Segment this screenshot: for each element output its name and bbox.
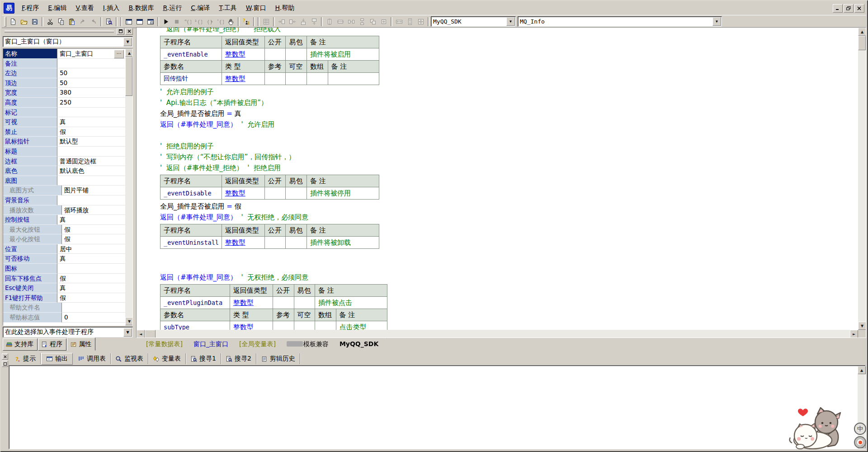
panel-float-button[interactable] bbox=[117, 28, 124, 35]
property-value[interactable]: 250 bbox=[57, 98, 125, 108]
toolbar-grip[interactable] bbox=[4, 17, 6, 27]
property-row[interactable]: 标记 bbox=[3, 108, 125, 118]
property-row[interactable]: 备注 bbox=[3, 59, 125, 69]
minimize-button[interactable] bbox=[833, 4, 843, 13]
restore-button[interactable] bbox=[844, 4, 854, 13]
property-row[interactable]: 禁止假 bbox=[3, 127, 125, 137]
property-row[interactable]: 底图方式图片平铺 bbox=[3, 186, 125, 195]
code-line[interactable]: ' 返回（#事件处理_拒绝） ' 拒绝载入 bbox=[160, 27, 858, 34]
property-value[interactable]: 50 bbox=[57, 78, 125, 88]
bottom-panel-close-button[interactable] bbox=[2, 353, 8, 360]
property-row[interactable]: 宽度380 bbox=[3, 88, 125, 98]
type-link[interactable]: 整数型 bbox=[222, 48, 264, 61]
panel-drag-handle[interactable] bbox=[5, 30, 114, 33]
property-value[interactable]: 50 bbox=[57, 68, 125, 78]
tab-程序[interactable]: 程序 bbox=[38, 338, 66, 351]
chevron-down-icon[interactable]: ▼ bbox=[123, 328, 132, 337]
find-replace-button[interactable] bbox=[104, 17, 114, 27]
editor-horizontal-scrollbar[interactable]: ◄ ► bbox=[137, 330, 858, 338]
panel-tab-调用表[interactable]: 调用表 bbox=[73, 353, 111, 364]
document-tab-常量数据表[interactable]: [常量数据表] bbox=[138, 338, 191, 351]
property-row[interactable]: 控制按钮真 bbox=[3, 215, 125, 225]
ime-language-button[interactable]: 中 bbox=[854, 423, 866, 435]
code-line[interactable]: 返回（#事件处理_同意） ' 无权拒绝，必须同意 bbox=[160, 212, 858, 223]
document-tab-MyQQ_SDK[interactable]: MyQQ_SDK bbox=[331, 338, 387, 351]
tab-属性[interactable]: 属性 bbox=[67, 338, 95, 351]
menu-item-t[interactable]: T.工具 bbox=[214, 2, 241, 14]
scroll-up-icon[interactable]: ▲ bbox=[125, 49, 133, 57]
menu-item-c[interactable]: C.编译 bbox=[186, 2, 214, 14]
open-folder-button[interactable] bbox=[19, 17, 29, 27]
property-row[interactable]: 帮助标志值0 bbox=[3, 313, 125, 323]
panel-tab-变量表[interactable]: 变量表 bbox=[148, 353, 186, 364]
type-link[interactable]: 整数型 bbox=[222, 73, 264, 85]
property-value[interactable]: 窗口_主窗口… bbox=[57, 49, 125, 59]
panel-tab-剪辑历史[interactable]: 剪辑历史 bbox=[256, 353, 300, 364]
editor-viewport[interactable]: ' 返回（#事件处理_拒绝） ' 拒绝载入子程序名返回值类型公开易包备 注_ev… bbox=[136, 27, 866, 338]
property-value[interactable] bbox=[57, 108, 125, 118]
property-row[interactable]: F1键打开帮助假 bbox=[3, 293, 125, 303]
module-combo[interactable]: MQ_Info ▼ bbox=[518, 16, 722, 27]
property-value[interactable]: 居中 bbox=[57, 244, 125, 254]
chevron-down-icon[interactable]: ▼ bbox=[123, 38, 132, 46]
property-row[interactable]: 底色默认底色 bbox=[3, 166, 125, 176]
document-tab-窗口_主窗口[interactable]: 窗口_主窗口 bbox=[185, 338, 236, 351]
cut-scissors-button[interactable] bbox=[45, 17, 56, 27]
property-row[interactable]: Esc键关闭真 bbox=[3, 283, 125, 293]
property-row[interactable]: 边框普通固定边框 bbox=[3, 157, 125, 167]
paste-clipboard-button[interactable] bbox=[66, 17, 77, 27]
property-row[interactable]: 图标 bbox=[3, 264, 125, 274]
panel-tab-监视表[interactable]: 监视表 bbox=[111, 353, 148, 364]
scroll-up-icon[interactable]: ▲ bbox=[858, 366, 866, 374]
panel-close-button[interactable] bbox=[125, 28, 133, 35]
property-row[interactable]: 底图 bbox=[3, 176, 125, 186]
code-line[interactable]: 返回（#事件处理_同意） ' 无权拒绝，必须同意 bbox=[160, 272, 858, 283]
menu-item-r[interactable]: R.运行 bbox=[158, 2, 186, 14]
property-value[interactable]: 真 bbox=[57, 215, 125, 225]
property-row[interactable]: 最大化按钮假 bbox=[3, 225, 125, 235]
property-value[interactable] bbox=[57, 176, 125, 186]
code-line[interactable]: ' 允许启用的例子 bbox=[160, 86, 858, 97]
scroll-left-icon[interactable]: ◄ bbox=[137, 330, 145, 338]
property-value[interactable]: 假 bbox=[57, 127, 125, 137]
property-value[interactable] bbox=[57, 59, 125, 69]
panel-tab-搜寻2[interactable]: 搜寻2 bbox=[221, 353, 256, 364]
property-value[interactable] bbox=[57, 147, 125, 157]
property-value[interactable]: 默认型 bbox=[57, 137, 125, 147]
property-row[interactable]: 标题 bbox=[3, 147, 125, 157]
editor-content[interactable]: ' 返回（#事件处理_拒绝） ' 拒绝载入子程序名返回值类型公开易包备 注_ev… bbox=[137, 27, 858, 330]
code-line[interactable]: ' 写到内存（“不想让你启用”，回传指针，） bbox=[160, 152, 858, 162]
property-row[interactable]: 高度250 bbox=[3, 98, 125, 108]
scrollbar-thumb[interactable] bbox=[125, 57, 132, 96]
property-row[interactable]: 最小化按钮假 bbox=[3, 234, 125, 244]
type-link[interactable]: 整数型 bbox=[230, 321, 273, 330]
document-tab-全局变量表[interactable]: [全局变量表] bbox=[231, 338, 284, 351]
layout-split-button[interactable] bbox=[145, 17, 156, 27]
save-floppy-button[interactable] bbox=[29, 17, 40, 27]
scrollbar-thumb[interactable] bbox=[858, 36, 866, 50]
bottom-panel-expand-button[interactable] bbox=[2, 361, 8, 367]
pause-hand-button[interactable] bbox=[226, 17, 236, 27]
menu-item-b[interactable]: B.数据库 bbox=[124, 2, 158, 14]
property-value[interactable] bbox=[62, 303, 125, 313]
blank-line[interactable] bbox=[160, 250, 858, 261]
property-value[interactable]: 真 bbox=[57, 254, 125, 264]
property-value[interactable]: 默认底色 bbox=[57, 166, 125, 176]
property-row[interactable]: 名称窗口_主窗口… bbox=[3, 49, 125, 59]
code-line[interactable]: ' 拒绝启用的例子 bbox=[160, 141, 858, 152]
property-row[interactable]: 左边50 bbox=[3, 68, 125, 78]
layout-top-button[interactable] bbox=[134, 17, 145, 27]
type-link[interactable]: 整数型 bbox=[230, 297, 273, 309]
library-combo[interactable]: MyQQ_SDK ▼ bbox=[431, 16, 516, 27]
editor-vertical-scrollbar[interactable]: ▲ ▼ bbox=[858, 28, 866, 330]
property-value[interactable]: 图片平铺 bbox=[62, 186, 125, 195]
chevron-down-icon[interactable]: ▼ bbox=[506, 17, 515, 26]
helper-group-button[interactable]: ? bbox=[241, 17, 252, 27]
scroll-right-icon[interactable]: ► bbox=[850, 330, 858, 338]
scrollbar-thumb[interactable] bbox=[145, 330, 156, 338]
property-row[interactable]: 可否移动真 bbox=[3, 254, 125, 264]
type-link[interactable]: 整数型 bbox=[222, 187, 264, 200]
scroll-down-icon[interactable]: ▼ bbox=[858, 322, 866, 330]
menu-item-f[interactable]: F.程序 bbox=[17, 2, 43, 14]
menu-item-v[interactable]: V.查看 bbox=[71, 2, 99, 14]
